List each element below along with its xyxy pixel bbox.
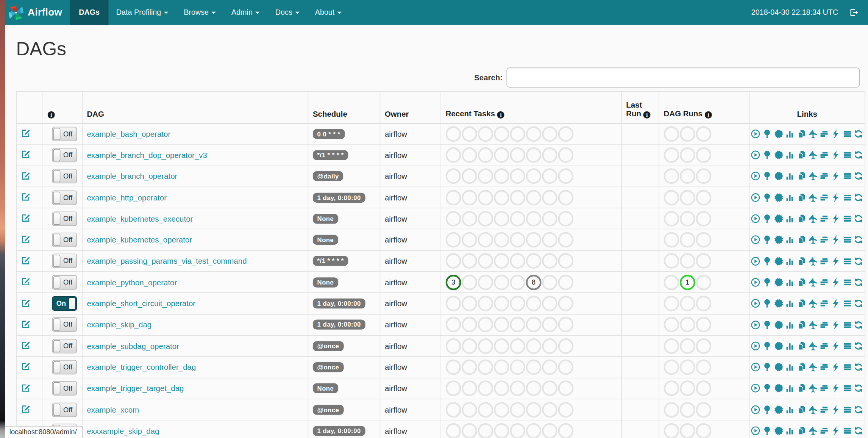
dag-pause-toggle[interactable]: Off: [52, 127, 77, 141]
task-state-circle[interactable]: [680, 402, 695, 417]
refresh-link[interactable]: [854, 299, 863, 308]
logs-list-link[interactable]: [842, 235, 852, 245]
landing-times-plane-link[interactable]: [808, 235, 818, 245]
task-state-circle[interactable]: [680, 211, 695, 227]
gantt-link[interactable]: [820, 341, 829, 351]
task-state-circle[interactable]: [542, 275, 557, 290]
tree-view-link[interactable]: [762, 341, 772, 351]
landing-times-plane-link[interactable]: [808, 426, 818, 436]
task-duration-chart-link[interactable]: [785, 341, 795, 351]
task-state-circle[interactable]: [494, 275, 509, 290]
header-dag[interactable]: DAG: [82, 92, 308, 123]
code-view-bolt-link[interactable]: [831, 235, 841, 245]
task-state-circle[interactable]: [446, 317, 461, 333]
code-view-bolt-link[interactable]: [831, 341, 841, 351]
task-state-circle[interactable]: [478, 360, 493, 375]
task-state-circle[interactable]: [478, 317, 493, 333]
logs-list-link[interactable]: [842, 192, 852, 202]
task-duration-chart-link[interactable]: [785, 129, 795, 139]
landing-times-plane-link[interactable]: [808, 171, 818, 181]
task-state-circle[interactable]: [542, 147, 557, 163]
task-state-circle[interactable]: [558, 190, 573, 205]
dag-pause-toggle[interactable]: Off: [52, 254, 77, 268]
nav-item-dags[interactable]: DAGs: [70, 0, 109, 25]
logs-list-link[interactable]: [842, 129, 852, 139]
task-state-circle[interactable]: [558, 232, 573, 248]
refresh-link[interactable]: [854, 150, 863, 160]
tree-view-link[interactable]: [762, 299, 772, 308]
landing-times-plane-link[interactable]: [808, 341, 818, 351]
graph-view-sunburst-link[interactable]: [774, 299, 784, 308]
task-duration-chart-link[interactable]: [785, 150, 795, 160]
graph-view-sunburst-link[interactable]: [774, 320, 784, 330]
code-view-bolt-link[interactable]: [831, 192, 841, 202]
dag-pause-toggle[interactable]: Off: [52, 318, 77, 332]
logs-list-link[interactable]: [842, 320, 852, 330]
task-state-circle[interactable]: [446, 338, 461, 354]
landing-times-plane-link[interactable]: [808, 214, 818, 224]
refresh-link[interactable]: [854, 171, 863, 181]
task-state-circle[interactable]: [526, 338, 542, 354]
dag-pause-toggle[interactable]: Off: [52, 169, 77, 183]
landing-times-plane-link[interactable]: [808, 192, 818, 202]
graph-view-sunburst-link[interactable]: [774, 256, 784, 266]
task-state-circle[interactable]: [558, 338, 573, 354]
dag-pause-toggle[interactable]: Off: [52, 381, 77, 396]
graph-view-sunburst-link[interactable]: [774, 171, 784, 181]
gantt-link[interactable]: [820, 299, 829, 308]
trigger-play-circle-link[interactable]: [751, 129, 760, 139]
gantt-link[interactable]: [820, 405, 829, 415]
task-state-circle[interactable]: [664, 360, 679, 375]
dag-pause-toggle[interactable]: Off: [52, 275, 77, 289]
task-state-circle[interactable]: [680, 147, 695, 163]
task-state-circle[interactable]: [558, 317, 573, 333]
nav-item-docs[interactable]: Docs: [267, 0, 307, 25]
task-state-circle[interactable]: [478, 402, 493, 417]
task-state-circle[interactable]: [680, 296, 695, 311]
task-state-circle[interactable]: [680, 360, 695, 375]
dag-pause-toggle[interactable]: Off: [52, 190, 77, 205]
search-input[interactable]: [506, 67, 860, 88]
task-state-circle[interactable]: [542, 126, 557, 142]
task-tries-copy-link[interactable]: [796, 362, 806, 372]
gantt-link[interactable]: [820, 150, 829, 160]
tree-view-link[interactable]: [762, 235, 772, 245]
refresh-link[interactable]: [854, 362, 863, 372]
task-duration-chart-link[interactable]: [785, 426, 795, 436]
graph-view-sunburst-link[interactable]: [774, 362, 784, 372]
task-duration-chart-link[interactable]: [785, 235, 795, 245]
trigger-play-circle-link[interactable]: [751, 235, 760, 245]
task-state-circle[interactable]: [478, 169, 493, 184]
task-state-circle[interactable]: [494, 381, 509, 396]
refresh-link[interactable]: [854, 214, 863, 224]
task-state-circle[interactable]: [558, 126, 573, 142]
dag-link[interactable]: example_skip_dag: [87, 320, 151, 329]
tree-view-link[interactable]: [762, 405, 772, 415]
task-state-circle[interactable]: [462, 338, 477, 354]
edit-dag-button[interactable]: [21, 383, 31, 393]
task-tries-copy-link[interactable]: [796, 383, 806, 393]
task-state-circle[interactable]: [462, 147, 477, 163]
task-state-circle[interactable]: 1: [680, 275, 695, 290]
task-state-circle[interactable]: [494, 169, 509, 184]
tree-view-link[interactable]: [762, 320, 772, 330]
graph-view-sunburst-link[interactable]: [774, 150, 784, 160]
refresh-link[interactable]: [854, 256, 863, 266]
task-state-circle[interactable]: [446, 253, 461, 269]
dag-link[interactable]: exxxample_skip_dag: [87, 426, 159, 435]
task-state-circle[interactable]: [664, 338, 679, 354]
task-duration-chart-link[interactable]: [785, 192, 795, 202]
task-state-circle[interactable]: [680, 423, 695, 438]
task-state-circle[interactable]: [680, 190, 695, 205]
task-state-circle[interactable]: [462, 296, 477, 311]
dag-link[interactable]: example_python_operator: [87, 278, 177, 286]
task-state-circle[interactable]: [696, 381, 711, 396]
dag-pause-toggle[interactable]: Off: [52, 148, 77, 162]
task-state-circle[interactable]: [542, 253, 557, 269]
gantt-link[interactable]: [820, 426, 829, 436]
task-duration-chart-link[interactable]: [785, 383, 795, 393]
task-state-circle[interactable]: [664, 423, 679, 438]
graph-view-sunburst-link[interactable]: [774, 426, 784, 436]
task-state-circle[interactable]: [558, 169, 573, 184]
code-view-bolt-link[interactable]: [831, 299, 841, 308]
